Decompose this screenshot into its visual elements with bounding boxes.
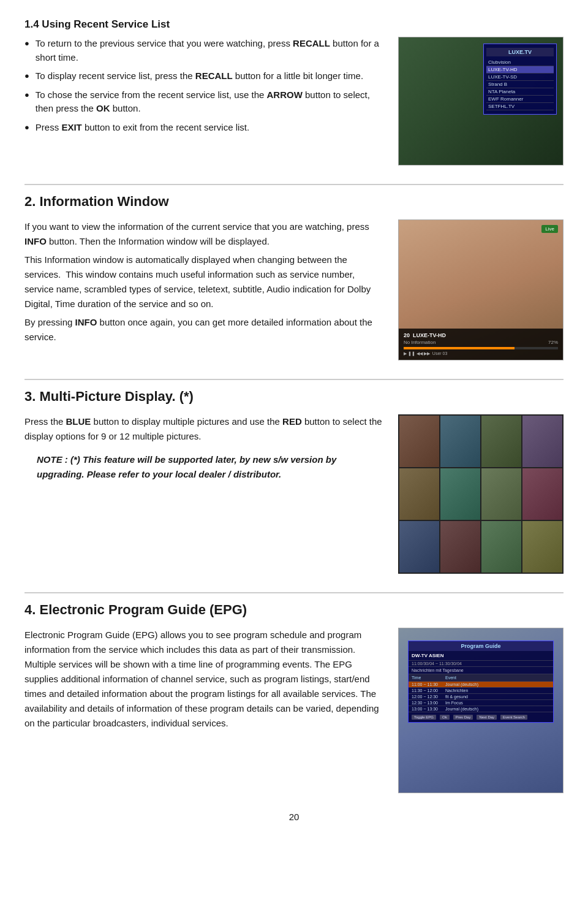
bullet-text: Press EXIT button to exit from the recen… — [36, 121, 249, 135]
ui-item: EWF Romanner — [486, 96, 554, 103]
ui-item: LUXE-TV-SD — [486, 74, 554, 81]
bold-red: RED — [282, 416, 302, 427]
section-2-title: 2. Information Window — [24, 194, 564, 210]
section-2: 2. Information Window If you want to vie… — [24, 194, 564, 360]
thumb-1 — [399, 416, 439, 467]
epg-row-4: 12:30 ~ 13:00 Im Focus — [409, 700, 553, 706]
separator-3 — [24, 592, 564, 593]
bullet-text: To display recent service list, press th… — [36, 69, 363, 83]
bold-recall-2: RECALL — [195, 70, 233, 81]
progress-pct: 72% — [548, 340, 558, 345]
section-4-title: 4. Electronic Program Guide (EPG) — [24, 602, 564, 618]
section-4: 4. Electronic Program Guide (EPG) Electr… — [24, 602, 564, 793]
section-1-4-content: To return to the previous service that y… — [24, 37, 564, 166]
thumb-10 — [440, 521, 480, 573]
section-1-4-list: To return to the previous service that y… — [24, 37, 386, 134]
thumb-2 — [440, 416, 480, 467]
section-3-para1: Press the BLUE button to display multipl… — [24, 414, 386, 444]
epg-btn-next[interactable]: Next Day — [477, 715, 497, 720]
section-4-body: Electronic Program Guide (EPG) allows yo… — [24, 628, 386, 731]
section-1-4: 1.4 Using Recent Service List To return … — [24, 18, 564, 166]
epg-title: Program Guide — [409, 641, 553, 651]
epg-time-1: 11:00 ~ 11:30 — [412, 682, 445, 687]
ui-item: NTA Planeta — [486, 88, 554, 96]
epg-time-3: 12:00 ~ 12:30 — [412, 695, 445, 699]
section-1-4-text: To return to the previous service that y… — [24, 37, 386, 139]
section-3-title: 3. Multi-Picture Display. (*) — [24, 389, 564, 405]
thumb-8 — [522, 468, 562, 520]
epg-channel: DW-TV ASIEN — [409, 651, 553, 661]
bold-info-1: INFO — [24, 236, 47, 246]
epg-event-4: Im Focus — [445, 701, 463, 705]
epg-time-5: 13:00 ~ 13:30 — [412, 707, 445, 711]
epg-event-5: Journal (deutsch) — [445, 707, 478, 711]
section-2-image: Live 20 LUXE-TV-HD No Information 72% ▶ … — [398, 219, 564, 360]
epg-time-4: 12:30 ~ 13:00 — [412, 701, 445, 705]
epg-btn-prev[interactable]: Prev Day — [453, 715, 473, 720]
live-badge: Live — [541, 225, 558, 233]
info-row: No Information 72% — [404, 340, 558, 345]
list-item: To display recent service list, press th… — [24, 69, 386, 83]
epg-event-1: Journal (deutsch) — [445, 682, 478, 687]
ui-item-selected: LUXE-TV-HD — [486, 66, 554, 74]
icons-row: ▶ ❚❚ ◀◀ ▶▶ User 03 — [404, 351, 558, 356]
epg-btn-ok[interactable]: Ok — [440, 715, 450, 720]
section-2-para3: By pressing INFO button once again, you … — [24, 315, 386, 345]
section-2-para2: This Information window is automatically… — [24, 253, 386, 311]
thumb-7 — [481, 468, 521, 520]
epg-event-3: fit & gesund — [445, 695, 468, 699]
epg-screenshot: Program Guide DW-TV ASIEN 11:00/30/04 ~ … — [398, 628, 564, 793]
ui-item: SETFHL.TV — [486, 103, 554, 110]
no-info-label: No Information — [404, 340, 435, 345]
section-3-image — [398, 414, 564, 574]
thumb-6 — [440, 468, 480, 520]
section-4-image: Program Guide DW-TV ASIEN 11:00/30/04 ~ … — [398, 628, 564, 793]
bullet-text: To chose the service from the recent ser… — [36, 88, 386, 116]
page-number: 20 — [24, 812, 564, 822]
section-2-para1: If you want to view the information of t… — [24, 219, 386, 249]
section-1-4-title: 1.4 Using Recent Service List — [24, 18, 564, 31]
tv-list-screenshot: LUXE.TV Clubvision LUXE-TV-HD LUXE-TV-SD… — [398, 37, 564, 166]
user-label: User 03 — [432, 351, 448, 356]
bold-blue: BLUE — [66, 416, 91, 427]
epg-btn-search[interactable]: Event Search — [500, 715, 527, 720]
section-3-content: Press the BLUE button to display multipl… — [24, 414, 564, 574]
ui-title: LUXE.TV — [486, 48, 554, 56]
epg-panel: Program Guide DW-TV ASIEN 11:00/30/04 ~ … — [408, 641, 554, 723]
progress-fill — [404, 347, 514, 349]
progress-bar — [404, 347, 558, 349]
bold-info-2: INFO — [75, 317, 97, 327]
thumb-5 — [399, 468, 439, 520]
section-3: 3. Multi-Picture Display. (*) Press the … — [24, 389, 564, 574]
section-3-text: Press the BLUE button to display multipl… — [24, 414, 386, 485]
channel-name: 20 LUXE-TV-HD — [404, 332, 558, 338]
thumb-9 — [399, 521, 439, 573]
epg-btn-toggle[interactable]: Toggle EPG — [412, 715, 436, 720]
bullet-text: To return to the previous service that y… — [36, 37, 386, 64]
icon-1: ▶ ❚❚ ◀◀ ▶▶ — [404, 351, 430, 356]
epg-row-2: 11:30 ~ 12:00 Nachrichten — [409, 688, 553, 694]
thumb-4 — [522, 416, 562, 467]
bold-recall: RECALL — [293, 38, 330, 48]
bold-arrow: ARROW — [267, 89, 303, 100]
multi-picture-screenshot — [398, 414, 564, 574]
list-item: Press EXIT button to exit from the recen… — [24, 121, 386, 135]
list-item: To return to the previous service that y… — [24, 37, 386, 64]
epg-header-time: Time — [412, 676, 445, 680]
info-window-screenshot: Live 20 LUXE-TV-HD No Information 72% ▶ … — [398, 219, 564, 360]
bold-ok: OK — [96, 103, 110, 113]
channel-list-ui: LUXE.TV Clubvision LUXE-TV-HD LUXE-TV-SD… — [483, 44, 557, 115]
section-2-content: If you want to view the information of t… — [24, 219, 564, 360]
section-4-content: Electronic Program Guide (EPG) allows yo… — [24, 628, 564, 793]
epg-header-event: Event — [445, 676, 456, 680]
epg-time-2: 11:30 ~ 12:00 — [412, 688, 445, 693]
epg-time-range: 11:00/30/04 ~ 11:30/30/04 — [409, 661, 553, 667]
epg-row-3: 12:00 ~ 12:30 fit & gesund — [409, 694, 553, 700]
section-1-4-image: LUXE.TV Clubvision LUXE-TV-HD LUXE-TV-SD… — [398, 37, 564, 166]
epg-row-5: 13:00 ~ 13:30 Journal (deutsch) — [409, 706, 553, 712]
thumb-12 — [522, 521, 562, 573]
section-2-text: If you want to view the information of t… — [24, 219, 386, 348]
list-item: To chose the service from the recent ser… — [24, 88, 386, 116]
separator-2 — [24, 379, 564, 380]
epg-row-1: 11:00 ~ 11:30 Journal (deutsch) — [409, 682, 553, 688]
